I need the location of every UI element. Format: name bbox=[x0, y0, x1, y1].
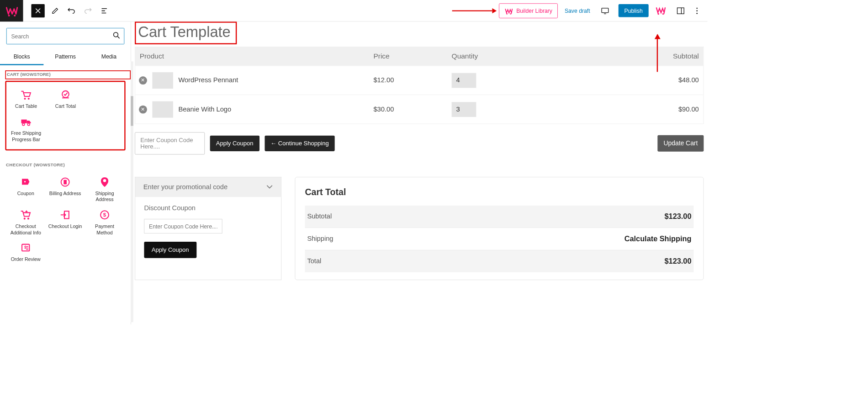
quantity-input[interactable]: 3 bbox=[452, 102, 476, 117]
block-free-shipping[interactable]: Free Shipping Progress Bar bbox=[6, 112, 46, 145]
cart-table-block[interactable]: Product Price Quantity Subtotal ✕ WordPr… bbox=[135, 47, 704, 124]
shipping-value[interactable]: Calculate Shipping bbox=[625, 234, 692, 243]
cart-total-icon bbox=[60, 89, 71, 101]
apply-coupon-button[interactable]: Apply Coupon bbox=[210, 136, 259, 151]
shipping-row: Shipping Calculate Shipping bbox=[305, 228, 693, 250]
remove-item-button[interactable]: ✕ bbox=[139, 76, 147, 85]
chevron-down-icon bbox=[266, 183, 273, 191]
builder-library-label: Builder Library bbox=[516, 7, 552, 14]
inserter-tabs: Blocks Patterns Media bbox=[0, 49, 131, 65]
cart-table-icon bbox=[21, 89, 32, 101]
product-thumbnail bbox=[152, 72, 173, 89]
coupon-icon bbox=[21, 175, 31, 188]
update-cart-button[interactable]: Update Cart bbox=[658, 135, 704, 152]
product-price: $12.00 bbox=[373, 76, 394, 84]
svg-rect-19 bbox=[21, 120, 26, 123]
svg-point-5 bbox=[510, 13, 511, 15]
page-title-highlight: Cart Template bbox=[135, 21, 237, 44]
promo-label: Discount Coupon bbox=[144, 204, 272, 212]
tab-media[interactable]: Media bbox=[87, 49, 131, 65]
settings-panel-icon[interactable] bbox=[672, 2, 689, 19]
undo-icon[interactable] bbox=[64, 2, 80, 19]
block-checkout-additional[interactable]: Checkout Additional Info bbox=[6, 206, 45, 239]
close-inserter-button[interactable] bbox=[31, 4, 44, 17]
search-icon bbox=[113, 32, 120, 41]
svg-point-20 bbox=[22, 123, 25, 126]
block-label: Checkout Additional Info bbox=[7, 223, 44, 235]
annotation-arrow-icon bbox=[657, 35, 658, 72]
subtotal-label: Subtotal bbox=[307, 212, 332, 220]
block-label: Coupon bbox=[17, 191, 34, 196]
dollar-icon: $ bbox=[100, 209, 110, 222]
annotation-arrow-icon bbox=[452, 7, 497, 14]
block-label: Billing Address bbox=[49, 191, 81, 196]
cart-table-header: Product Price Quantity Subtotal bbox=[135, 47, 704, 66]
coupon-input[interactable]: Enter Coupon Code Here.... bbox=[135, 132, 205, 154]
header-price: Price bbox=[373, 52, 389, 60]
remove-item-button[interactable]: ✕ bbox=[139, 105, 147, 113]
publish-button[interactable]: Publish bbox=[619, 4, 649, 17]
tab-blocks[interactable]: Blocks bbox=[0, 49, 43, 65]
save-draft-link[interactable]: Save draft bbox=[565, 7, 590, 14]
promo-code-block[interactable]: Enter your promotional code Discount Cou… bbox=[135, 177, 281, 280]
promo-apply-button[interactable]: Apply Coupon bbox=[144, 242, 196, 258]
block-billing-address[interactable]: Billing Address bbox=[45, 173, 85, 206]
svg-rect-6 bbox=[602, 8, 609, 13]
total-value: $123.00 bbox=[665, 257, 692, 265]
total-row: Total $123.00 bbox=[305, 250, 693, 272]
svg-point-22 bbox=[24, 181, 26, 182]
cart-actions-row: Enter Coupon Code Here.... Apply Coupon … bbox=[135, 132, 704, 154]
block-inserter-sidebar: Blocks Patterns Media CART (WOWSTORE) Ca… bbox=[0, 21, 131, 324]
svg-rect-24 bbox=[64, 180, 67, 184]
redo-icon[interactable] bbox=[79, 2, 96, 19]
continue-shopping-button[interactable]: ← Continue Shopping bbox=[265, 136, 335, 151]
cart-total-block[interactable]: Cart Total Subtotal $123.00 Shipping Cal… bbox=[295, 177, 704, 280]
block-checkout-login[interactable]: Checkout Login bbox=[45, 206, 85, 239]
receipt-icon: $ bbox=[21, 242, 31, 255]
document-outline-icon[interactable] bbox=[96, 2, 112, 19]
block-payment-method[interactable]: $ Payment Method bbox=[85, 206, 124, 239]
builder-library-button[interactable]: Builder Library bbox=[499, 3, 558, 18]
block-search-input[interactable] bbox=[11, 32, 113, 39]
svg-point-1 bbox=[14, 15, 16, 16]
cart-plus-icon bbox=[20, 209, 31, 222]
product-name: WordPress Pennant bbox=[178, 76, 238, 84]
svg-marker-3 bbox=[492, 8, 497, 13]
tab-patterns[interactable]: Patterns bbox=[43, 49, 87, 65]
wowstore-icon[interactable] bbox=[655, 5, 666, 16]
billing-icon bbox=[60, 175, 70, 188]
section-header-cart: CART (WOWSTORE) bbox=[5, 70, 131, 80]
subtotal-row: Subtotal $123.00 bbox=[305, 206, 693, 228]
block-search[interactable] bbox=[6, 28, 124, 44]
block-shipping-address[interactable]: Shipping Address bbox=[85, 173, 124, 206]
svg-point-21 bbox=[27, 123, 30, 126]
editor-canvas[interactable]: Cart Template Product Price Quantity Sub… bbox=[131, 21, 708, 324]
svg-point-13 bbox=[696, 13, 698, 14]
promo-header[interactable]: Enter your promotional code bbox=[135, 177, 281, 197]
block-cart-table[interactable]: Cart Table bbox=[6, 85, 46, 112]
product-price: $30.00 bbox=[373, 106, 394, 113]
block-label: Order Review bbox=[11, 256, 41, 262]
svg-line-15 bbox=[118, 37, 120, 38]
more-menu-icon[interactable] bbox=[689, 2, 705, 19]
truck-icon bbox=[20, 116, 32, 128]
quantity-input[interactable]: 4 bbox=[452, 73, 476, 88]
svg-point-11 bbox=[696, 7, 698, 9]
preview-icon[interactable] bbox=[597, 2, 613, 19]
top-bar: Builder Library Save draft Publish bbox=[0, 0, 708, 21]
section-header-checkout: CHECKOUT (WOWSTORE) bbox=[0, 157, 131, 170]
header-quantity: Quantity bbox=[452, 52, 478, 60]
block-label: Cart Total bbox=[55, 104, 76, 110]
block-coupon[interactable]: Coupon bbox=[6, 173, 45, 206]
cart-row: ✕ Beanie With Logo $30.00 3 $90.00 bbox=[135, 95, 704, 124]
block-cart-total[interactable]: Cart Total bbox=[46, 85, 85, 112]
promo-input[interactable] bbox=[144, 219, 222, 233]
edit-icon[interactable] bbox=[47, 2, 64, 19]
checkout-blocks-group: Coupon Billing Address Shipping Address … bbox=[0, 170, 131, 272]
app-logo[interactable] bbox=[0, 0, 23, 21]
cart-row: ✕ WordPress Pennant $12.00 4 $48.00 bbox=[135, 65, 704, 95]
block-order-review[interactable]: $ Order Review bbox=[6, 239, 45, 265]
svg-point-0 bbox=[8, 15, 10, 16]
svg-point-27 bbox=[27, 218, 29, 220]
page-title[interactable]: Cart Template bbox=[138, 23, 230, 40]
